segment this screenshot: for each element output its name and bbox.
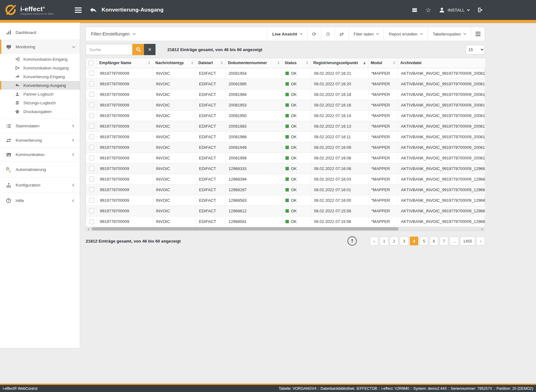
column-header-status[interactable]: Status▲▼ (282, 58, 311, 68)
horizontal-scrollbar[interactable] (86, 227, 485, 231)
list-view-button[interactable] (471, 27, 485, 41)
page-button-7[interactable]: 7 (440, 237, 448, 245)
user-menu[interactable]: INSTALL (439, 7, 469, 13)
row-checkbox[interactable] (89, 134, 94, 139)
row-checkbox[interactable] (89, 155, 94, 160)
page-button-5[interactable]: 5 (420, 237, 428, 245)
sidebar-item-partner-logbuch[interactable]: Partner-Logbuch (0, 90, 80, 98)
row-checkbox[interactable] (89, 208, 94, 213)
cell-dateiart: EDIFACT (196, 163, 225, 174)
row-checkbox[interactable] (89, 219, 94, 224)
filter-settings-toggle[interactable]: Filter-Einstellungen (86, 27, 140, 41)
row-checkbox[interactable] (89, 102, 94, 107)
column-header-registrierungszeitpunkt[interactable]: Registrierungszeitpunkt▲▼ (311, 58, 368, 68)
sidebar-item-druckausgaben[interactable]: Druckausgaben (0, 107, 80, 116)
page-prev-button[interactable]: ‹ (370, 237, 378, 245)
page-next-button[interactable]: › (476, 237, 485, 245)
table-row[interactable]: 9919778700009INVOICEDIFACT20081985OK08.0… (86, 78, 485, 89)
sidebar-item-kommunikation-eingang[interactable]: Kommunikation-Eingang (0, 55, 80, 64)
sidebar-item-konvertierung[interactable]: Konvertierung (0, 133, 80, 147)
page-button-6[interactable]: 6 (430, 237, 438, 245)
sort-icon[interactable]: ▲▼ (306, 61, 308, 65)
row-checkbox[interactable] (89, 166, 94, 171)
table-row[interactable]: 9919778700009INVOICEDIFACT20081953OK08.0… (86, 100, 485, 110)
table-row[interactable]: 9919778700009INVOICEDIFACT12968612OK08.0… (86, 205, 485, 216)
app-logo[interactable]: i-effect® integrated solutions for IBM i (4, 4, 70, 16)
logout-button[interactable] (477, 7, 483, 13)
sidebar-item-hilfe[interactable]: Hilfe (0, 193, 80, 208)
menu-toggle-button[interactable] (75, 7, 82, 13)
select-all-checkbox[interactable] (89, 60, 93, 65)
column-header-modul[interactable]: Modul▲▼ (368, 58, 398, 68)
scroll-right-button[interactable] (480, 227, 485, 231)
resubmit-button[interactable] (335, 27, 348, 41)
table-row[interactable]: 9919778700009INVOICEDIFACT12968583OK08.0… (86, 195, 485, 205)
table-row[interactable]: 9919778700009INVOICEDIFACT20081984OK08.0… (86, 89, 485, 100)
table-columns-button[interactable]: Tabellenspalten (428, 27, 471, 41)
sidebar-item-konvertierung-eingang[interactable]: Konvertierung-Eingang (0, 72, 80, 81)
table-row[interactable]: 9919778700009INVOICEDIFACT12968333OK08.0… (86, 163, 485, 174)
sort-icon[interactable]: ▲▼ (364, 61, 366, 65)
sort-icon[interactable]: ▲▼ (278, 61, 280, 65)
scroll-to-top-button[interactable] (347, 236, 357, 246)
sidebar-item-automatisierung[interactable]: Automatisierung (0, 162, 80, 177)
column-header-archivdatei[interactable]: Archivdatei (398, 58, 485, 68)
table-row[interactable]: 9919778700009INVOICEDIFACT20081954OK08.0… (86, 68, 485, 78)
row-checkbox[interactable] (89, 177, 94, 182)
table-row[interactable]: 9919778700009INVOICEDIFACT20081966OK08.0… (86, 131, 485, 142)
scrollbar-thumb[interactable] (92, 227, 399, 230)
column-header-nachrichtentyp[interactable]: Nachrichtentyp▲▼ (153, 58, 196, 68)
page-button-3[interactable]: 3 (400, 237, 408, 245)
sort-icon[interactable]: ▲▼ (221, 61, 223, 65)
table-row[interactable]: 9919778700009INVOICEDIFACT12968287OK08.0… (86, 184, 485, 195)
table-row[interactable]: 9919778700009INVOICEDIFACT20081956OK08.0… (86, 153, 485, 163)
page-button-4[interactable]: 4 (410, 237, 418, 245)
scrollbar-track[interactable] (91, 227, 480, 231)
page-button-1455[interactable]: 1455 (460, 237, 475, 245)
column-header-dateiart[interactable]: Dateiart▲▼ (196, 58, 225, 68)
sidebar-item-label: Konvertierung (16, 138, 42, 143)
row-checkbox[interactable] (89, 198, 94, 203)
scroll-left-button[interactable] (86, 227, 91, 231)
row-checkbox[interactable] (89, 187, 94, 192)
table-row[interactable]: 9919778700009INVOICEDIFACT20081950OK08.0… (86, 110, 485, 121)
search-button[interactable] (132, 44, 144, 55)
page-ellipsis-button[interactable]: ... (450, 237, 459, 245)
sidebar-item-dashboard[interactable]: Dashboard (0, 25, 80, 40)
sort-icon[interactable]: ▲▼ (148, 61, 150, 65)
sidebar-item-konfiguration[interactable]: Konfiguration (0, 177, 80, 193)
page-button-2[interactable]: 2 (390, 237, 398, 245)
table-row[interactable]: 9919778700009INVOICEDIFACT20081949OK08.0… (86, 142, 485, 153)
row-checkbox[interactable] (89, 124, 94, 129)
checkbox-cell (86, 100, 97, 110)
live-view-button[interactable]: Live Ansicht (267, 27, 307, 41)
sidebar-item-sitzungs-logbuch[interactable]: Sitzungs-Logbuch (0, 98, 80, 107)
message-list-button[interactable] (412, 7, 417, 13)
page-button-1[interactable]: 1 (380, 237, 388, 245)
sidebar-item-konvertierung-ausgang[interactable]: Konvertierung-Ausgang (0, 81, 80, 90)
row-checkbox[interactable] (89, 81, 94, 86)
favorite-button[interactable] (425, 6, 431, 14)
row-checkbox[interactable] (89, 71, 94, 76)
sidebar-item-kommunikation-ausgang[interactable]: Kommunikation-Ausgang (0, 64, 80, 72)
table-row[interactable]: 9919778700009INVOICEDIFACT12968394OK08.0… (86, 174, 485, 184)
refresh-button[interactable] (307, 27, 321, 41)
clear-search-button[interactable] (144, 44, 156, 55)
sidebar-item-stammdaten[interactable]: Stammdaten (0, 119, 80, 133)
table-row[interactable]: 9919778700009INVOICEDIFACT12968581OK08.0… (86, 216, 485, 227)
report-create-button[interactable]: Report erstellen (384, 27, 428, 41)
table-row[interactable]: 9919778700009INVOICEDIFACT20081983OK08.0… (86, 121, 485, 131)
sort-icon[interactable]: ▲▼ (191, 61, 193, 65)
auto-refresh-button[interactable] (321, 27, 335, 41)
filter-load-button[interactable]: Filter laden (348, 27, 384, 41)
sidebar-item-kommunikation[interactable]: Kommunikation (0, 147, 80, 162)
sort-icon[interactable]: ▲▼ (393, 61, 395, 65)
row-checkbox[interactable] (89, 145, 94, 150)
sidebar-item-monitoring[interactable]: Monitoring (0, 40, 80, 54)
page-size-select[interactable]: 15 (466, 45, 485, 54)
column-header-dokumentennummer[interactable]: Dokumentennummer▲▼ (225, 58, 282, 68)
column-header-empfänger-name[interactable]: Empfänger Name▲▼ (97, 58, 153, 68)
row-checkbox[interactable] (89, 92, 94, 97)
search-input[interactable] (86, 44, 132, 55)
row-checkbox[interactable] (89, 113, 94, 118)
